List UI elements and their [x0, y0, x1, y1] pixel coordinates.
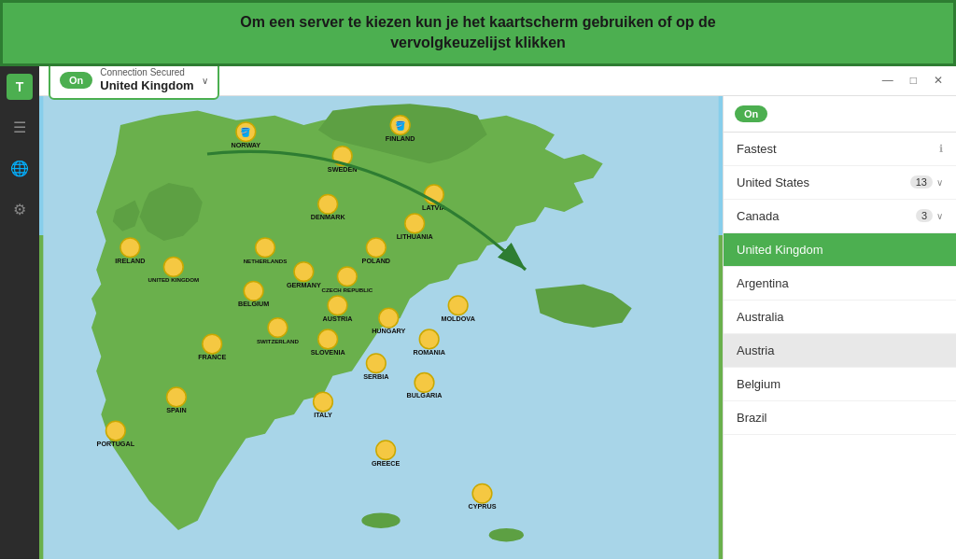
svg-point-35 — [379, 308, 399, 328]
banner-line2: vervolgkeuzelijst klikken — [21, 33, 935, 53]
svg-point-21 — [405, 214, 425, 233]
server-list-item[interactable]: United States13∨ — [724, 166, 956, 200]
svg-text:SWITZERLAND: SWITZERLAND — [257, 337, 300, 343]
close-button[interactable]: ✕ — [930, 72, 947, 89]
chevron-down-icon[interactable]: ∨ — [202, 76, 208, 86]
server-name: Canada — [737, 209, 916, 223]
svg-point-2 — [489, 528, 524, 541]
svg-text:BULGARIA: BULGARIA — [406, 391, 443, 399]
server-name: Austria — [737, 343, 943, 357]
connection-status: Connection Secured — [100, 67, 193, 78]
minimize-button[interactable]: — — [879, 72, 897, 89]
window-chrome: On Connection Secured United Kingdom ∨ —… — [39, 66, 956, 96]
svg-point-15 — [164, 257, 184, 276]
svg-point-13 — [120, 238, 140, 258]
chevron-icon: ∨ — [936, 177, 943, 188]
server-count: 3 — [916, 209, 933, 222]
server-list-item[interactable]: United Kingdom — [724, 233, 956, 267]
svg-point-39 — [203, 334, 222, 354]
server-name: Fastest — [737, 142, 939, 156]
svg-text:HUNGARY: HUNGARY — [372, 327, 405, 335]
svg-point-51 — [415, 372, 434, 392]
server-list-item[interactable]: Austria — [724, 334, 956, 368]
gear-icon[interactable]: ⚙ — [7, 197, 33, 223]
connection-label: Connection Secured United Kingdom — [100, 67, 193, 93]
app-logo: T — [7, 74, 33, 100]
svg-text:NETHERLANDS: NETHERLANDS — [244, 258, 288, 264]
svg-text:ROMANIA: ROMANIA — [413, 348, 445, 357]
banner-line1: Om een server te kiezen kun je het kaart… — [21, 12, 935, 33]
svg-text:CZECH REPUBLIC: CZECH REPUBLIC — [321, 287, 373, 293]
server-list-item[interactable]: Fastestℹ — [724, 133, 956, 166]
server-list-item[interactable]: Belgium — [724, 368, 956, 401]
svg-text:IRELAND: IRELAND — [115, 257, 145, 265]
svg-text:SPAIN: SPAIN — [166, 406, 187, 414]
panel-header: On — [724, 96, 956, 133]
vpn-toggle[interactable]: On — [60, 72, 92, 89]
instruction-banner: Om een server te kiezen kun je het kaart… — [0, 0, 956, 66]
svg-point-55 — [376, 441, 396, 460]
svg-point-23 — [367, 238, 387, 258]
svg-point-47 — [167, 387, 187, 407]
server-list-item[interactable]: Argentina — [724, 267, 956, 301]
map-area[interactable]: 🪣 NORWAY 🪣 FINLAND SWEDEN — [39, 96, 723, 559]
svg-point-29 — [244, 281, 263, 301]
server-list-item[interactable]: Canada3∨ — [724, 200, 956, 233]
svg-text:GERMANY: GERMANY — [287, 280, 321, 288]
svg-text:PORTUGAL: PORTUGAL — [97, 440, 135, 448]
svg-text:FRANCE: FRANCE — [198, 353, 226, 361]
svg-text:FINLAND: FINLAND — [386, 133, 415, 142]
app-container: T ☰ 🌐 ⚙ On Connection Secured United Kin… — [0, 66, 956, 559]
server-name: Belgium — [737, 377, 943, 391]
svg-text:NORWAY: NORWAY — [231, 141, 260, 149]
svg-text:ITALY: ITALY — [314, 411, 332, 419]
window-controls: — □ ✕ — [879, 72, 947, 89]
svg-text:MOLDOVA: MOLDOVA — [441, 315, 475, 323]
connection-box[interactable]: On Connection Secured United Kingdom ∨ — [49, 66, 219, 100]
svg-point-53 — [106, 421, 126, 441]
svg-text:AUSTRIA: AUSTRIA — [322, 315, 353, 323]
svg-text:GREECE: GREECE — [372, 459, 401, 468]
server-name: Argentina — [737, 276, 943, 290]
map-background: 🪣 NORWAY 🪣 FINLAND SWEDEN — [39, 96, 723, 559]
svg-point-25 — [294, 262, 314, 282]
server-name: Australia — [737, 310, 943, 324]
svg-point-45 — [367, 354, 387, 373]
svg-point-31 — [328, 296, 347, 315]
server-name: Brazil — [737, 411, 943, 425]
server-list-item[interactable]: Brazil — [724, 401, 956, 435]
svg-point-33 — [268, 317, 288, 337]
globe-icon[interactable]: 🌐 — [7, 156, 33, 182]
svg-point-41 — [318, 329, 338, 349]
svg-text:SLOVENIA: SLOVENIA — [311, 348, 346, 357]
svg-text:🪣: 🪣 — [240, 127, 251, 138]
svg-point-43 — [419, 329, 439, 349]
svg-point-57 — [472, 483, 492, 503]
svg-point-49 — [314, 392, 333, 412]
sidebar: T ☰ 🌐 ⚙ — [0, 66, 39, 559]
svg-point-27 — [338, 267, 358, 287]
maximize-button[interactable]: □ — [907, 72, 921, 89]
connected-country: United Kingdom — [100, 78, 193, 93]
europe-map-svg: 🪣 NORWAY 🪣 FINLAND SWEDEN — [39, 96, 723, 559]
panel-toggle[interactable]: On — [735, 105, 767, 122]
server-name: United States — [737, 175, 910, 189]
server-list[interactable]: FastestℹUnited States13∨Canada3∨United K… — [724, 133, 956, 559]
menu-icon[interactable]: ☰ — [7, 115, 33, 141]
svg-text:POLAND: POLAND — [362, 257, 390, 265]
server-list-item[interactable]: Australia — [724, 301, 956, 334]
server-count: 13 — [910, 175, 933, 189]
svg-text:SERBIA: SERBIA — [363, 372, 389, 381]
svg-text:🪣: 🪣 — [395, 120, 406, 132]
svg-point-1 — [361, 512, 400, 528]
server-panel: On FastestℹUnited States13∨Canada3∨Unite… — [723, 96, 956, 559]
svg-text:DENMARK: DENMARK — [311, 213, 346, 221]
svg-text:BELGIUM: BELGIUM — [238, 300, 269, 308]
server-name: United Kingdom — [737, 243, 943, 257]
svg-point-37 — [448, 296, 468, 315]
svg-text:LITHUANIA: LITHUANIA — [397, 232, 434, 241]
svg-text:UNITED KINGDOM: UNITED KINGDOM — [148, 276, 200, 283]
main-content: On Connection Secured United Kingdom ∨ —… — [39, 66, 956, 559]
chevron-icon: ∨ — [936, 211, 943, 221]
svg-point-19 — [256, 238, 275, 258]
